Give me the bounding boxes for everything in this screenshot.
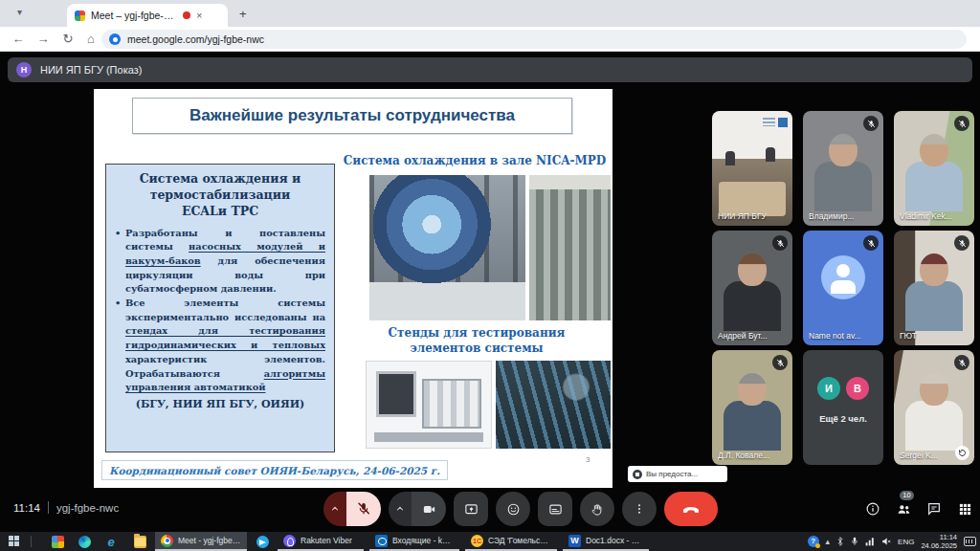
tab-close-icon[interactable]: × xyxy=(196,10,202,21)
taskbar-explorer-button[interactable] xyxy=(130,532,149,551)
person-head xyxy=(920,373,948,406)
file-explorer-icon xyxy=(134,536,146,548)
chat-panel-icon[interactable] xyxy=(924,499,944,518)
mic-muted-icon xyxy=(954,355,969,370)
participant-tile[interactable]: Name not av... xyxy=(803,231,883,345)
left-box-heading-line: ECALи TPC xyxy=(115,204,325,220)
reload-icon[interactable]: ↻ xyxy=(59,31,77,48)
bluetooth-icon[interactable] xyxy=(836,537,844,546)
person-body xyxy=(905,281,963,331)
participant-tile[interactable]: Sergei K... xyxy=(894,350,974,465)
participant-tile[interactable]: Vladimir Kek... xyxy=(894,111,974,226)
taskbar-word-button[interactable]: W Doc1.docx - Word xyxy=(563,532,649,551)
meet-app: Н НИИ ЯП БГУ (Показ) Важнейшие результат… xyxy=(0,52,980,532)
taskbar-word-label: Doc1.docx - Word xyxy=(586,536,643,545)
network-icon[interactable] xyxy=(865,537,875,546)
internet-explorer-icon: e xyxy=(105,536,118,548)
bullet-segment: Все элементы системы экспериментально ис… xyxy=(125,298,325,322)
language-indicator[interactable]: ENG xyxy=(898,538,914,546)
reactions-button[interactable] xyxy=(496,492,530,526)
camera-options-chevron-icon[interactable] xyxy=(389,492,412,526)
participant-tile[interactable]: Андрей Бут... xyxy=(712,231,792,345)
presenter-avatar: Н xyxy=(16,62,32,77)
tab-search-chevron-icon[interactable]: ▾ xyxy=(17,8,31,19)
participant-tile[interactable]: Д.Л. Ковале... xyxy=(712,350,792,465)
taskbar-telegram-button[interactable] xyxy=(253,532,272,551)
taskbar-chrome-button[interactable]: Meet - ygj-fgbe-nw... xyxy=(155,532,247,551)
taskbar-chrome-label: Meet - ygj-fgbe-nw... xyxy=(178,536,241,545)
back-icon[interactable]: ← xyxy=(10,31,27,48)
touch-keyboard-icon[interactable] xyxy=(964,537,976,546)
windows-logo-icon xyxy=(9,536,20,547)
participant-tile[interactable]: НИИ ЯП БГУ xyxy=(712,111,792,226)
participant-name-label: Владимир... xyxy=(809,211,854,221)
participant-name-label: Vladimir Kek... xyxy=(900,211,952,221)
person-body xyxy=(814,162,872,211)
viber-icon xyxy=(283,535,296,547)
slide-title: Важнейшие результаты сотрудничества xyxy=(189,106,515,125)
person-body xyxy=(724,401,781,451)
meeting-info: 11:14 ygj-fgbe-nwc xyxy=(13,501,119,514)
captions-button[interactable] xyxy=(538,492,572,526)
person-body xyxy=(724,281,781,331)
slide-footer-text: Координационный совет ОИЯИ-Беларусь, 24-… xyxy=(109,465,440,476)
end-call-button[interactable] xyxy=(664,492,718,526)
forward-icon[interactable]: → xyxy=(34,31,52,48)
avatar-placeholder-icon xyxy=(821,255,865,299)
taskbar-1c-button[interactable]: 1С СЭД 'Гомельский г... xyxy=(465,532,557,551)
presenting-toast[interactable]: Вы предоста... xyxy=(628,466,727,482)
bullet-text: Все элементы системы экспериментально ис… xyxy=(125,297,325,395)
tray-help-icon[interactable]: ? xyxy=(808,536,819,547)
browser-toolbar: ← → ↻ ⌂ meet.google.com/ygj-fgbe-nwc xyxy=(0,27,980,52)
taskbar-1c-label: СЭД 'Гомельский г... xyxy=(488,536,551,545)
participant-name-label: НИИ ЯП БГУ xyxy=(718,211,767,221)
url-text: meet.google.com/ygj-fgbe-nwc xyxy=(127,33,264,45)
microphone-tray-icon[interactable] xyxy=(851,537,858,546)
presentation-slide[interactable]: Важнейшие результаты сотрудничества Сист… xyxy=(94,89,612,488)
address-bar[interactable]: meet.google.com/ygj-fgbe-nwc xyxy=(101,30,967,49)
present-screen-button[interactable] xyxy=(454,492,488,526)
mic-muted-icon xyxy=(863,116,879,131)
participant-name-label: Sergei K... xyxy=(900,451,938,460)
participant-tile[interactable]: ГЮТ xyxy=(894,231,974,345)
layout-grid-icon[interactable] xyxy=(955,499,974,518)
overflow-avatars: ИВ xyxy=(803,377,883,400)
new-tab-button[interactable]: + xyxy=(239,7,247,21)
tile-status-badge-icon xyxy=(955,446,969,460)
person-head xyxy=(920,253,948,286)
camera-control xyxy=(389,492,446,526)
taskbar-edge-button[interactable] xyxy=(75,532,94,551)
tray-clock[interactable]: 11:14 24.06.2025 xyxy=(921,533,957,551)
avatar-head xyxy=(836,264,850,277)
presenting-banner-text: НИИ ЯП БГУ (Показ) xyxy=(40,64,142,76)
taskbar-viber-button[interactable]: Rakuten Viber xyxy=(278,532,364,551)
taskbar-store-button[interactable] xyxy=(48,532,67,551)
site-info-icon[interactable] xyxy=(109,33,121,45)
mic-options-chevron-icon[interactable] xyxy=(323,492,346,526)
browser-tab[interactable]: Meet – ygj-fgbe-nwc × xyxy=(67,4,228,27)
mic-muted-button[interactable] xyxy=(346,492,381,526)
participant-tile[interactable]: ИВЕщё 2 чел. xyxy=(803,350,883,465)
mic-muted-icon xyxy=(863,235,879,251)
person-head xyxy=(738,373,767,406)
tray-expand-chevron-icon[interactable]: ▴ xyxy=(826,538,831,546)
people-panel-icon[interactable]: 10 xyxy=(894,499,913,518)
taskbar-outlook-button[interactable]: Входящие - khalkh... xyxy=(369,532,459,551)
mic-muted-icon xyxy=(772,355,788,370)
volume-icon[interactable] xyxy=(881,537,891,546)
slide-footer-box: Координационный совет ОИЯИ-Беларусь, 24-… xyxy=(101,460,448,480)
taskbar-viber-label: Rakuten Viber xyxy=(301,536,352,545)
meeting-details-icon[interactable] xyxy=(863,499,882,518)
nica-mpd-detector-photo xyxy=(369,175,525,320)
raise-hand-button[interactable] xyxy=(580,492,614,526)
camera-button[interactable] xyxy=(412,492,446,526)
more-options-button[interactable] xyxy=(622,492,657,526)
presenting-toast-text: Вы предоста... xyxy=(646,470,698,478)
start-button[interactable] xyxy=(6,532,23,551)
bullet-text: Разработаны и поставлены системы насосны… xyxy=(125,227,325,297)
taskbar-ie-button[interactable]: e xyxy=(101,532,121,551)
person-head xyxy=(920,134,948,166)
participant-tile[interactable]: Владимир... xyxy=(803,111,883,226)
home-icon[interactable]: ⌂ xyxy=(82,31,100,48)
nica-mpd-hall-photo xyxy=(529,175,611,320)
